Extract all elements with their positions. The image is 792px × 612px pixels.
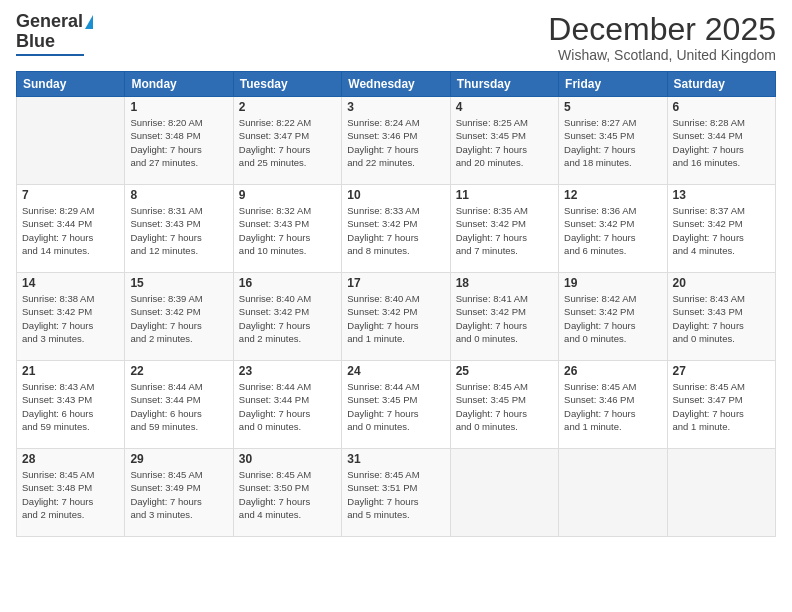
day-info: Sunrise: 8:41 AM Sunset: 3:42 PM Dayligh… [456, 292, 553, 345]
day-cell-30: 30Sunrise: 8:45 AM Sunset: 3:50 PM Dayli… [233, 449, 341, 537]
day-cell-5: 5Sunrise: 8:27 AM Sunset: 3:45 PM Daylig… [559, 97, 667, 185]
location: Wishaw, Scotland, United Kingdom [548, 47, 776, 63]
day-info: Sunrise: 8:29 AM Sunset: 3:44 PM Dayligh… [22, 204, 119, 257]
day-number: 19 [564, 276, 661, 290]
day-number: 4 [456, 100, 553, 114]
calendar: SundayMondayTuesdayWednesdayThursdayFrid… [16, 71, 776, 537]
day-info: Sunrise: 8:20 AM Sunset: 3:48 PM Dayligh… [130, 116, 227, 169]
day-cell-12: 12Sunrise: 8:36 AM Sunset: 3:42 PM Dayli… [559, 185, 667, 273]
day-info: Sunrise: 8:44 AM Sunset: 3:44 PM Dayligh… [130, 380, 227, 433]
day-cell-16: 16Sunrise: 8:40 AM Sunset: 3:42 PM Dayli… [233, 273, 341, 361]
day-number: 12 [564, 188, 661, 202]
day-number: 9 [239, 188, 336, 202]
title-block: December 2025 Wishaw, Scotland, United K… [548, 12, 776, 63]
day-number: 20 [673, 276, 770, 290]
day-cell-25: 25Sunrise: 8:45 AM Sunset: 3:45 PM Dayli… [450, 361, 558, 449]
day-cell-29: 29Sunrise: 8:45 AM Sunset: 3:49 PM Dayli… [125, 449, 233, 537]
day-info: Sunrise: 8:45 AM Sunset: 3:45 PM Dayligh… [456, 380, 553, 433]
day-info: Sunrise: 8:38 AM Sunset: 3:42 PM Dayligh… [22, 292, 119, 345]
col-header-saturday: Saturday [667, 72, 775, 97]
day-cell-13: 13Sunrise: 8:37 AM Sunset: 3:42 PM Dayli… [667, 185, 775, 273]
empty-cell [667, 449, 775, 537]
day-info: Sunrise: 8:45 AM Sunset: 3:49 PM Dayligh… [130, 468, 227, 521]
logo-blue: Blue [16, 32, 55, 52]
day-info: Sunrise: 8:40 AM Sunset: 3:42 PM Dayligh… [239, 292, 336, 345]
day-cell-4: 4Sunrise: 8:25 AM Sunset: 3:45 PM Daylig… [450, 97, 558, 185]
day-number: 22 [130, 364, 227, 378]
day-cell-22: 22Sunrise: 8:44 AM Sunset: 3:44 PM Dayli… [125, 361, 233, 449]
day-info: Sunrise: 8:24 AM Sunset: 3:46 PM Dayligh… [347, 116, 444, 169]
day-number: 24 [347, 364, 444, 378]
day-cell-14: 14Sunrise: 8:38 AM Sunset: 3:42 PM Dayli… [17, 273, 125, 361]
logo-triangle-icon [85, 15, 93, 29]
day-cell-27: 27Sunrise: 8:45 AM Sunset: 3:47 PM Dayli… [667, 361, 775, 449]
day-number: 13 [673, 188, 770, 202]
day-cell-31: 31Sunrise: 8:45 AM Sunset: 3:51 PM Dayli… [342, 449, 450, 537]
day-number: 10 [347, 188, 444, 202]
day-cell-6: 6Sunrise: 8:28 AM Sunset: 3:44 PM Daylig… [667, 97, 775, 185]
month-title: December 2025 [548, 12, 776, 47]
empty-cell [450, 449, 558, 537]
day-cell-11: 11Sunrise: 8:35 AM Sunset: 3:42 PM Dayli… [450, 185, 558, 273]
day-info: Sunrise: 8:45 AM Sunset: 3:51 PM Dayligh… [347, 468, 444, 521]
day-cell-21: 21Sunrise: 8:43 AM Sunset: 3:43 PM Dayli… [17, 361, 125, 449]
day-number: 29 [130, 452, 227, 466]
day-cell-2: 2Sunrise: 8:22 AM Sunset: 3:47 PM Daylig… [233, 97, 341, 185]
logo-line2: Blue [16, 32, 55, 52]
day-cell-17: 17Sunrise: 8:40 AM Sunset: 3:42 PM Dayli… [342, 273, 450, 361]
day-info: Sunrise: 8:33 AM Sunset: 3:42 PM Dayligh… [347, 204, 444, 257]
day-info: Sunrise: 8:45 AM Sunset: 3:46 PM Dayligh… [564, 380, 661, 433]
day-info: Sunrise: 8:45 AM Sunset: 3:50 PM Dayligh… [239, 468, 336, 521]
day-info: Sunrise: 8:27 AM Sunset: 3:45 PM Dayligh… [564, 116, 661, 169]
week-row-5: 28Sunrise: 8:45 AM Sunset: 3:48 PM Dayli… [17, 449, 776, 537]
day-number: 17 [347, 276, 444, 290]
day-info: Sunrise: 8:25 AM Sunset: 3:45 PM Dayligh… [456, 116, 553, 169]
day-info: Sunrise: 8:45 AM Sunset: 3:48 PM Dayligh… [22, 468, 119, 521]
day-cell-23: 23Sunrise: 8:44 AM Sunset: 3:44 PM Dayli… [233, 361, 341, 449]
col-header-sunday: Sunday [17, 72, 125, 97]
day-cell-15: 15Sunrise: 8:39 AM Sunset: 3:42 PM Dayli… [125, 273, 233, 361]
col-header-wednesday: Wednesday [342, 72, 450, 97]
day-number: 14 [22, 276, 119, 290]
day-cell-10: 10Sunrise: 8:33 AM Sunset: 3:42 PM Dayli… [342, 185, 450, 273]
empty-cell [17, 97, 125, 185]
day-number: 27 [673, 364, 770, 378]
day-info: Sunrise: 8:28 AM Sunset: 3:44 PM Dayligh… [673, 116, 770, 169]
logo-line1: General [16, 12, 93, 32]
day-cell-20: 20Sunrise: 8:43 AM Sunset: 3:43 PM Dayli… [667, 273, 775, 361]
day-info: Sunrise: 8:31 AM Sunset: 3:43 PM Dayligh… [130, 204, 227, 257]
day-cell-9: 9Sunrise: 8:32 AM Sunset: 3:43 PM Daylig… [233, 185, 341, 273]
col-header-tuesday: Tuesday [233, 72, 341, 97]
col-header-friday: Friday [559, 72, 667, 97]
logo-general: General [16, 12, 83, 32]
logo-underline [16, 54, 84, 56]
header-row: SundayMondayTuesdayWednesdayThursdayFrid… [17, 72, 776, 97]
day-number: 7 [22, 188, 119, 202]
week-row-2: 7Sunrise: 8:29 AM Sunset: 3:44 PM Daylig… [17, 185, 776, 273]
day-info: Sunrise: 8:45 AM Sunset: 3:47 PM Dayligh… [673, 380, 770, 433]
day-number: 1 [130, 100, 227, 114]
header: General Blue December 2025 Wishaw, Scotl… [16, 12, 776, 63]
day-cell-28: 28Sunrise: 8:45 AM Sunset: 3:48 PM Dayli… [17, 449, 125, 537]
day-number: 16 [239, 276, 336, 290]
col-header-monday: Monday [125, 72, 233, 97]
day-number: 30 [239, 452, 336, 466]
day-cell-19: 19Sunrise: 8:42 AM Sunset: 3:42 PM Dayli… [559, 273, 667, 361]
day-info: Sunrise: 8:40 AM Sunset: 3:42 PM Dayligh… [347, 292, 444, 345]
day-info: Sunrise: 8:37 AM Sunset: 3:42 PM Dayligh… [673, 204, 770, 257]
day-number: 15 [130, 276, 227, 290]
day-cell-18: 18Sunrise: 8:41 AM Sunset: 3:42 PM Dayli… [450, 273, 558, 361]
day-number: 2 [239, 100, 336, 114]
day-info: Sunrise: 8:43 AM Sunset: 3:43 PM Dayligh… [673, 292, 770, 345]
day-number: 8 [130, 188, 227, 202]
day-number: 25 [456, 364, 553, 378]
day-info: Sunrise: 8:44 AM Sunset: 3:44 PM Dayligh… [239, 380, 336, 433]
week-row-4: 21Sunrise: 8:43 AM Sunset: 3:43 PM Dayli… [17, 361, 776, 449]
day-info: Sunrise: 8:32 AM Sunset: 3:43 PM Dayligh… [239, 204, 336, 257]
day-info: Sunrise: 8:22 AM Sunset: 3:47 PM Dayligh… [239, 116, 336, 169]
logo: General Blue [16, 12, 93, 56]
day-number: 31 [347, 452, 444, 466]
day-info: Sunrise: 8:36 AM Sunset: 3:42 PM Dayligh… [564, 204, 661, 257]
day-number: 21 [22, 364, 119, 378]
day-number: 26 [564, 364, 661, 378]
